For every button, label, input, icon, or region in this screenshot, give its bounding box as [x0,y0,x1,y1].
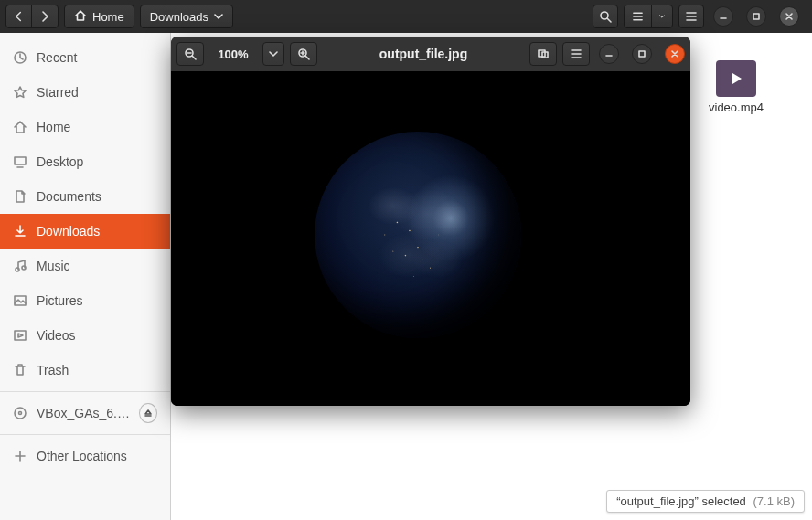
svg-rect-3 [15,157,26,164]
music-icon [13,259,27,273]
back-button[interactable] [6,5,32,27]
svg-point-4 [16,268,19,271]
sidebar-item-starred[interactable]: Starred [0,75,170,110]
search-button[interactable] [593,5,618,28]
view-mode-group [624,5,673,28]
star-icon [13,85,27,100]
svg-rect-7 [15,331,26,340]
zoom-in-button[interactable] [290,42,317,66]
viewer-maximize-button[interactable] [632,44,652,64]
svg-point-8 [15,408,26,419]
sidebar-item-music[interactable]: Music [0,249,170,283]
home-icon [13,120,27,134]
presentation-button[interactable] [529,42,557,66]
viewer-minimize-button[interactable] [599,44,619,64]
sidebar-item-label: Pictures [37,293,83,308]
sidebar-item-downloads[interactable]: Downloads [0,214,170,249]
sidebar-item-label: Documents [37,189,102,204]
pictures-icon [13,293,27,308]
desktop-icon [13,154,27,169]
forward-button[interactable] [32,5,58,27]
plus-icon [13,449,27,463]
home-icon [74,9,87,25]
zoom-out-button[interactable] [176,42,204,66]
sidebar-item-documents[interactable]: Documents [0,179,170,214]
status-size: (7.1 kB) [753,494,795,508]
view-dropdown-button[interactable] [652,5,672,27]
sidebar-item-trash[interactable]: Trash [0,353,170,387]
chevron-down-icon [214,10,223,24]
sidebar-item-label: Starred [37,85,79,100]
sidebar-divider [0,391,170,392]
sidebar-item-recent[interactable]: Recent [0,40,170,75]
sidebar-item-other-locations[interactable]: Other Locations [0,439,170,473]
viewer-close-button[interactable] [665,44,685,64]
sidebar-item-desktop[interactable]: Desktop [0,144,170,179]
sidebar-item-label: Other Locations [37,449,127,463]
image-viewer-title: output_file.jpg [323,47,524,61]
file-manager-window-controls [713,6,799,27]
sidebar-item-home[interactable]: Home [0,110,170,144]
maximize-button[interactable] [746,6,766,27]
viewer-menu-button[interactable] [562,42,590,66]
image-viewer-window: 100% output_file.jpg [171,37,690,406]
image-viewer-canvas[interactable] [171,71,690,406]
sidebar-item-label: Videos [37,328,76,343]
minimize-button[interactable] [713,6,733,27]
sidebar: Recent Starred Home Desktop Documents Do… [0,33,171,520]
nav-back-forward [5,5,59,28]
svg-rect-1 [753,14,759,19]
sidebar-item-label: Downloads [37,224,100,239]
downloads-icon [13,224,27,239]
image-content-earth [315,132,521,338]
sidebar-item-label: Desktop [37,154,83,169]
svg-point-9 [19,412,22,415]
breadcrumb: Home Downloads [64,5,233,28]
close-button[interactable] [779,6,799,27]
zoom-level: 100% [209,48,257,61]
file-label: video.mp4 [709,101,764,114]
sidebar-item-pictures[interactable]: Pictures [0,283,170,318]
sidebar-item-label: Recent [37,50,77,65]
sidebar-item-videos[interactable]: Videos [0,318,170,353]
trash-icon [13,363,27,377]
zoom-dropdown-button[interactable] [262,42,284,66]
image-viewer-window-controls [599,44,685,64]
documents-icon [13,189,27,204]
breadcrumb-home-label: Home [92,10,124,24]
eject-button[interactable] [139,403,157,423]
sidebar-item-label: VBox_GAs_6.… [37,406,130,420]
videos-icon [13,328,27,343]
file-item-video[interactable]: video.mp4 [695,60,777,114]
video-file-icon [716,60,756,97]
sidebar-item-label: Home [37,120,70,134]
file-manager-header: Home Downloads [0,0,812,33]
breadcrumb-downloads-label: Downloads [150,10,208,24]
svg-point-5 [22,266,26,270]
status-text: “output_file.jpg” selected [616,494,746,508]
sidebar-item-label: Music [37,259,70,273]
disc-icon [13,406,27,420]
sidebar-item-label: Trash [37,363,69,377]
status-bar: “output_file.jpg” selected (7.1 kB) [606,490,805,513]
list-view-button[interactable] [625,5,652,27]
hamburger-menu-button[interactable] [678,5,704,28]
clock-icon [13,50,27,65]
sidebar-item-disk[interactable]: VBox_GAs_6.… [0,396,170,430]
image-viewer-header: 100% output_file.jpg [171,37,690,71]
breadcrumb-downloads[interactable]: Downloads [140,5,233,28]
breadcrumb-home[interactable]: Home [64,5,134,28]
sidebar-divider [0,434,170,435]
svg-rect-14 [639,51,645,57]
